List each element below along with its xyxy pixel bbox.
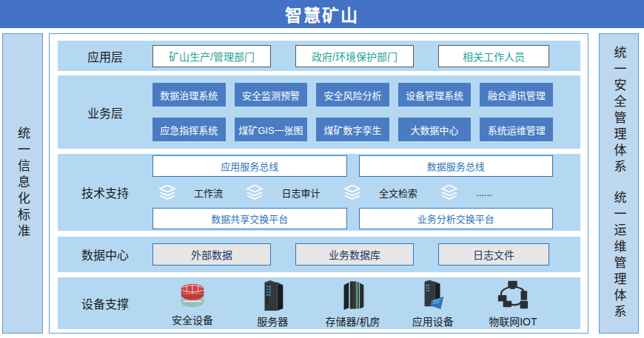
biz-digital-twin: 煤矿数字孪生: [316, 118, 389, 141]
sidebar-right-label-ops: 统一运维管理体系: [613, 191, 625, 321]
layer-business-label: 业务层: [58, 104, 152, 121]
mw-log-audit-label: 日志审计: [281, 186, 320, 200]
mw-fulltext-label: 全文检索: [379, 186, 417, 200]
data-log-files: 日志文件: [438, 243, 549, 266]
layers-icon: [246, 185, 264, 200]
equip-security-label: 安全设备: [172, 312, 213, 327]
biz-device-management: 设备管理系统: [398, 83, 472, 107]
biz-emergency-command: 应急指挥系统: [152, 118, 226, 141]
layer-business: 业务层 数据治理系统 安全监测预警 安全风险分析 设备管理系统 融合通讯管理 应…: [58, 75, 580, 149]
tech-bus-row: 应用服务总线 数据服务总线: [152, 155, 553, 177]
mw-workflow-label: 工作流: [194, 186, 223, 200]
layer-application-label: 应用层: [58, 47, 152, 65]
app-device-icon: [417, 279, 449, 311]
sidebar-left-label: 统一信息化标准: [16, 126, 29, 240]
app-box-mine-production: 矿山生产/管理部门: [152, 45, 271, 67]
tech-data-service-bus: 数据服务总线: [359, 155, 554, 177]
layers-icon: [440, 185, 458, 200]
biz-converged-comms: 融合通讯管理: [480, 83, 553, 107]
business-buttons: 数据治理系统 安全监测预警 安全风险分析 设备管理系统 融合通讯管理 应急指挥系…: [152, 83, 580, 141]
layer-tech-support: 技术支持 应用服务总线 数据服务总线 工作流: [58, 154, 580, 231]
main-frame: 应用层 矿山生产/管理部门 政府/环境保护部门 相关工作人员 业务层 数据治理系…: [49, 33, 588, 334]
tech-stack: 应用服务总线 数据服务总线 工作流: [152, 149, 580, 235]
server-icon: [258, 279, 287, 311]
storage-icon: [338, 279, 368, 311]
layer-data-label: 数据中心: [58, 246, 152, 263]
biz-big-data-center: 大数据中心: [398, 118, 472, 141]
data-business-db: 业务数据库: [295, 243, 414, 266]
equip-app-device-label: 应用设备: [412, 314, 454, 328]
equipment-items: 安全设备 服务器: [152, 279, 580, 328]
equip-server-label: 服务器: [257, 314, 288, 328]
application-boxes: 矿山生产/管理部门 政府/环境保护部门 相关工作人员: [152, 45, 580, 67]
tech-platform-row: 数据共享交换平台 业务分析交换平台: [152, 208, 553, 229]
biz-gis-one-map: 煤矿GIS一张图: [235, 118, 308, 141]
equip-app-device: 应用设备: [393, 279, 473, 328]
sidebar-left-standards: 统一信息化标准: [2, 33, 43, 334]
layers-icon: [158, 185, 176, 200]
mw-more: ......: [440, 185, 492, 200]
mw-workflow: 工作流: [158, 185, 223, 200]
biz-data-governance: 数据治理系统: [152, 83, 226, 107]
layers-icon: [343, 185, 361, 200]
data-external: 外部数据: [152, 243, 271, 266]
data-center-boxes: 外部数据 业务数据库 日志文件: [152, 243, 580, 266]
layer-equipment-label: 设备支撑: [58, 294, 152, 312]
biz-safety-monitor-warning: 安全监测预警: [235, 83, 308, 107]
mw-log-audit: 日志审计: [246, 185, 320, 200]
tech-middleware-row: 工作流 日志审计: [152, 183, 553, 202]
equip-iot-label: 物联网IOT: [489, 314, 537, 328]
layer-application: 应用层 矿山生产/管理部门 政府/环境保护部门 相关工作人员: [58, 41, 580, 71]
equip-storage-label: 存储器/机房: [326, 314, 380, 328]
layer-data-center: 数据中心 外部数据 业务数据库 日志文件: [58, 237, 580, 272]
biz-safety-risk-analysis: 安全风险分析: [316, 83, 389, 107]
tech-biz-analysis-platform: 业务分析交换平台: [359, 208, 554, 229]
sidebar-right-systems: 统一安全管理体系 统一运维管理体系: [599, 33, 639, 334]
app-box-government-env: 政府/环境保护部门: [295, 45, 414, 67]
mw-more-label: ......: [476, 187, 492, 198]
app-box-related-staff: 相关工作人员: [438, 45, 549, 67]
smart-mine-diagram: 智慧矿山 统一信息化标准 统一安全管理体系 统一运维管理体系 应用层 矿山生产/…: [0, 0, 644, 338]
mw-fulltext-search: 全文检索: [343, 185, 417, 200]
tech-data-share-platform: 数据共享交换平台: [152, 208, 347, 229]
sidebar-right-label-security: 统一安全管理体系: [613, 46, 625, 176]
firewall-icon: [175, 279, 209, 310]
layer-tech-label: 技术支持: [58, 183, 152, 201]
equip-server: 服务器: [232, 279, 312, 328]
tech-app-service-bus: 应用服务总线: [152, 155, 347, 177]
iot-icon: [495, 279, 531, 311]
equip-security-device: 安全设备: [152, 279, 232, 328]
equip-iot: 物联网IOT: [473, 279, 553, 328]
biz-system-ops: 系统运维管理: [480, 118, 553, 141]
banner-title: 智慧矿山: [0, 0, 644, 28]
equip-storage: 存储器/机房: [312, 279, 392, 328]
layer-equipment: 设备支撑 安全设备: [58, 277, 580, 329]
